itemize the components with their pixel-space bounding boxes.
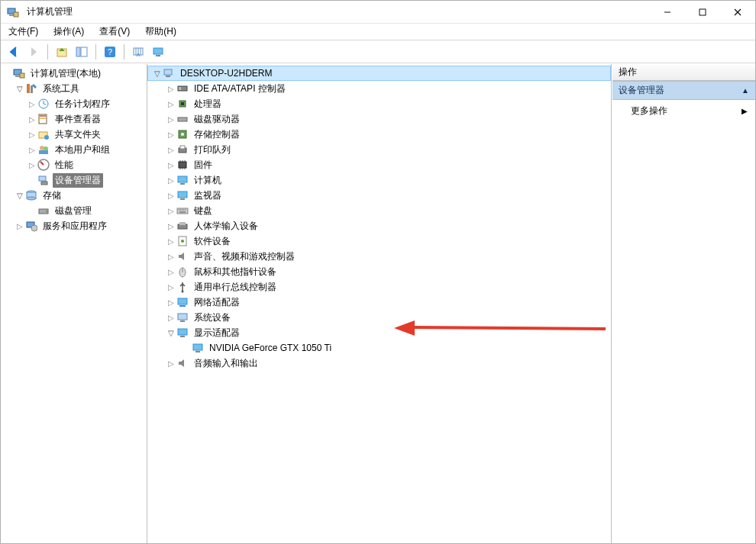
- menu-view[interactable]: 查看(V): [96, 24, 133, 40]
- dev-network[interactable]: 网络适配器: [147, 295, 611, 310]
- expand-icon[interactable]: [166, 268, 176, 276]
- system-dev-icon: [176, 311, 189, 324]
- monitor-icon: [176, 174, 189, 186]
- monitor-button[interactable]: [150, 43, 166, 60]
- forward-button[interactable]: [25, 43, 42, 60]
- tree-shared-folders[interactable]: 共享文件夹: [1, 127, 147, 142]
- menu-file[interactable]: 文件(F): [5, 24, 41, 40]
- expand-icon[interactable]: [27, 161, 37, 169]
- tree-services-apps[interactable]: 服务和应用程序: [1, 218, 147, 233]
- expand-icon[interactable]: [166, 207, 176, 215]
- expand-icon[interactable]: [15, 192, 25, 200]
- expand-icon[interactable]: [166, 146, 176, 154]
- dev-sound[interactable]: 声音、视频和游戏控制器: [147, 249, 611, 264]
- dev-audio-io[interactable]: 音频输入和输出: [147, 356, 611, 371]
- actions-panel: 操作 设备管理器 ▲ 更多操作 ▶: [612, 64, 755, 543]
- sound-icon: [176, 250, 189, 262]
- expand-icon[interactable]: [166, 329, 176, 337]
- show-hide-tree-button[interactable]: [73, 43, 90, 60]
- dev-hid[interactable]: 人体学输入设备: [147, 218, 611, 233]
- svg-rect-68: [193, 344, 202, 350]
- tree-disk-mgmt[interactable]: 磁盘管理: [1, 203, 147, 218]
- tree-local-users[interactable]: 本地用户和组: [1, 142, 147, 157]
- tree-label: 存储: [40, 188, 63, 203]
- svg-rect-14: [156, 55, 160, 56]
- expand-icon[interactable]: [166, 176, 176, 185]
- tree-storage[interactable]: 存储: [1, 188, 147, 203]
- expand-icon[interactable]: [15, 85, 25, 93]
- window-controls: [650, 1, 755, 23]
- expand-icon[interactable]: [166, 283, 176, 291]
- dev-gpu[interactable]: NVIDIA GeForce GTX 1050 Ti: [147, 340, 611, 356]
- title-bar[interactable]: 计算机管理: [1, 1, 755, 24]
- expand-icon[interactable]: [152, 69, 163, 78]
- svg-rect-44: [181, 102, 184, 105]
- svg-rect-22: [40, 115, 46, 117]
- tree-computer-mgmt[interactable]: 计算机管理(本地): [1, 66, 147, 81]
- tree-system-tools[interactable]: 系统工具: [1, 81, 147, 96]
- collapse-icon[interactable]: ▲: [741, 86, 749, 95]
- expand-icon[interactable]: [166, 115, 176, 124]
- toolbar-separator: [47, 44, 48, 60]
- actions-section[interactable]: 设备管理器 ▲: [612, 81, 755, 100]
- minimize-button[interactable]: [650, 1, 685, 23]
- dev-mouse[interactable]: 鼠标和其他指针设备: [147, 264, 611, 279]
- more-actions[interactable]: 更多操作 ▶: [612, 100, 755, 122]
- dev-ide[interactable]: IDE ATA/ATAPI 控制器: [147, 81, 611, 96]
- device-root[interactable]: DESKTOP-U2HDERM: [147, 66, 611, 81]
- expand-icon[interactable]: [27, 146, 37, 154]
- up-button[interactable]: [53, 43, 70, 60]
- expand-icon[interactable]: [166, 222, 176, 230]
- tree-performance[interactable]: 性能: [1, 157, 147, 172]
- scan-button[interactable]: [130, 43, 147, 60]
- dev-disk-drive[interactable]: 磁盘驱动器: [147, 111, 611, 127]
- services-apps-icon: [25, 220, 37, 232]
- dev-storage-ctrl[interactable]: 存储控制器: [147, 127, 611, 142]
- device-manager-icon: [37, 174, 50, 186]
- dev-computer[interactable]: 计算机: [147, 172, 611, 188]
- device-label: 显示适配器: [192, 326, 242, 340]
- expand-icon[interactable]: [27, 115, 37, 124]
- dev-cpu[interactable]: 处理器: [147, 96, 611, 111]
- tree-device-manager[interactable]: 设备管理器: [1, 172, 147, 188]
- expand-icon[interactable]: [15, 222, 25, 230]
- event-viewer-icon: [37, 113, 50, 125]
- dev-usb[interactable]: 通用串行总线控制器: [147, 279, 611, 295]
- dev-software[interactable]: 软件设备: [147, 233, 611, 249]
- expand-icon[interactable]: [166, 298, 176, 307]
- dev-display[interactable]: 显示适配器: [147, 325, 611, 340]
- expand-icon[interactable]: [166, 192, 176, 200]
- expand-icon[interactable]: [166, 253, 176, 261]
- expand-icon[interactable]: [166, 314, 176, 322]
- svg-rect-52: [180, 183, 185, 185]
- dev-monitor[interactable]: 监视器: [147, 188, 611, 203]
- console-tree[interactable]: 计算机管理(本地) 系统工具: [1, 64, 147, 543]
- keyboard-icon: [176, 204, 189, 217]
- expand-icon[interactable]: [166, 100, 176, 108]
- expand-icon[interactable]: [166, 237, 176, 246]
- tree-task-scheduler[interactable]: 任务计划程序: [1, 96, 147, 111]
- svg-rect-23: [40, 117, 46, 119]
- dev-keyboard[interactable]: 键盘: [147, 203, 611, 218]
- device-label: NVIDIA GeForce GTX 1050 Ti: [207, 342, 334, 354]
- expand-icon[interactable]: [166, 85, 176, 93]
- device-manager-tree[interactable]: DESKTOP-U2HDERM IDE ATA/ATAPI 控制器 处理器 磁盘…: [147, 64, 612, 543]
- menu-action[interactable]: 操作(A): [50, 24, 87, 40]
- expand-icon[interactable]: [166, 130, 176, 139]
- svg-rect-31: [41, 182, 47, 185]
- tree-event-viewer[interactable]: 事件查看器: [1, 111, 147, 127]
- expand-icon[interactable]: [166, 359, 176, 368]
- menu-help[interactable]: 帮助(H): [142, 24, 179, 40]
- dev-system[interactable]: 系统设备: [147, 310, 611, 325]
- expand-icon[interactable]: [27, 100, 37, 108]
- back-button[interactable]: [5, 43, 22, 60]
- maximize-button[interactable]: [685, 1, 720, 23]
- dev-print-queue[interactable]: 打印队列: [147, 142, 611, 157]
- svg-point-59: [181, 240, 184, 243]
- close-button[interactable]: [720, 1, 755, 23]
- disk-drive-icon: [176, 113, 189, 125]
- expand-icon[interactable]: [166, 161, 176, 169]
- help-button[interactable]: ?: [102, 43, 118, 60]
- dev-firmware[interactable]: 固件: [147, 157, 611, 172]
- expand-icon[interactable]: [27, 130, 37, 139]
